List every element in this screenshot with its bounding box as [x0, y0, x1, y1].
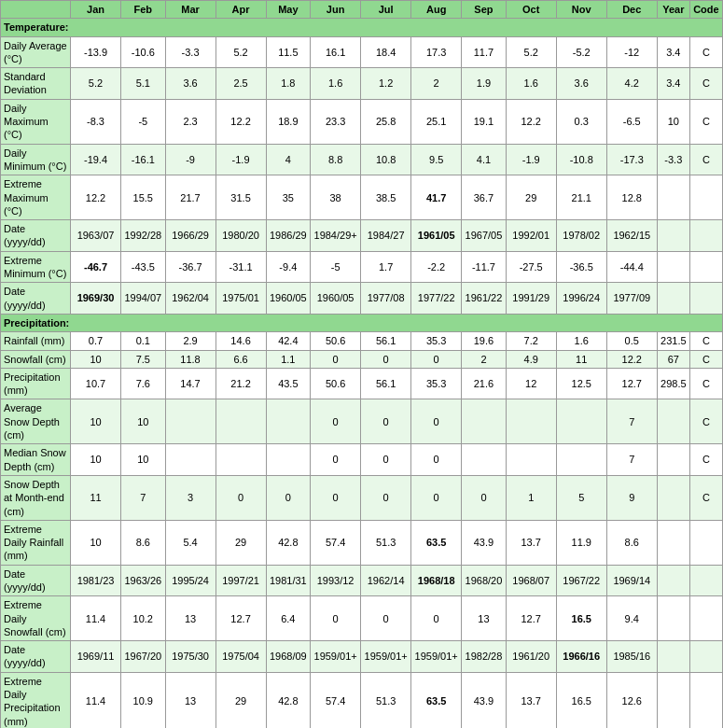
data-cell: 0 [411, 444, 462, 476]
data-cell [657, 641, 689, 673]
data-cell: -43.5 [121, 251, 166, 283]
column-month-header: Dec [606, 1, 657, 19]
data-cell: 43.5 [266, 368, 311, 399]
data-cell: 10 [121, 444, 166, 476]
data-cell: 1997/21 [216, 565, 266, 596]
data-cell: -3.3 [657, 144, 689, 175]
data-cell: 1977/08 [361, 283, 411, 315]
column-month-header: Feb [121, 1, 166, 19]
data-cell: -13.9 [71, 36, 121, 68]
data-cell: 42.8 [266, 672, 311, 728]
data-cell: -19.4 [71, 144, 121, 175]
data-cell: 25.1 [411, 99, 462, 144]
data-cell: 0 [411, 399, 462, 444]
data-cell: 12.2 [506, 99, 556, 144]
data-cell: 1975/01 [216, 283, 266, 315]
data-cell: 1962/15 [606, 220, 657, 252]
row-label: Average Snow Depth (cm) [1, 399, 71, 444]
data-cell: 9.4 [606, 596, 657, 641]
data-cell: 35 [266, 175, 311, 220]
data-cell [657, 596, 689, 641]
table-row: Daily Maximum (°C)-8.3-52.312.218.923.32… [1, 99, 723, 144]
data-cell: 4.2 [606, 68, 657, 100]
data-cell: 9 [606, 475, 657, 520]
data-cell [657, 220, 689, 252]
data-cell [689, 220, 722, 252]
data-cell [165, 444, 216, 476]
row-label: Precipitation (mm) [1, 368, 71, 399]
data-cell [556, 444, 606, 476]
data-cell: 51.3 [361, 520, 411, 565]
data-cell [165, 399, 216, 444]
data-cell: 1978/02 [556, 220, 606, 252]
data-cell: 1986/29 [266, 220, 311, 252]
data-cell: -5.2 [556, 36, 606, 68]
data-cell: 1977/22 [411, 283, 462, 315]
data-cell: -1.9 [506, 144, 556, 175]
data-cell: 10 [71, 444, 121, 476]
data-cell: 10.9 [121, 672, 166, 728]
data-cell: 0 [311, 475, 361, 520]
data-cell: 2.9 [165, 332, 216, 350]
data-cell [657, 175, 689, 220]
data-cell: 1.7 [361, 251, 411, 283]
data-cell: 1969/14 [606, 565, 657, 596]
data-cell: 5.2 [71, 68, 121, 100]
data-cell: 1967/22 [556, 565, 606, 596]
data-cell: 36.7 [462, 175, 507, 220]
data-cell: 0 [361, 444, 411, 476]
row-label: Extreme Minimum (°C) [1, 251, 71, 283]
data-cell: 38.5 [361, 175, 411, 220]
data-cell: 1984/29+ [311, 220, 361, 252]
data-cell: 0 [311, 399, 361, 444]
data-cell: 29 [506, 175, 556, 220]
data-cell: -11.7 [462, 251, 507, 283]
data-cell: 1.6 [556, 332, 606, 350]
row-label: Date (yyyy/dd) [1, 283, 71, 315]
data-cell: 0.7 [71, 332, 121, 350]
data-cell [462, 444, 507, 476]
data-cell: 11.4 [71, 672, 121, 728]
data-cell: 10 [121, 399, 166, 444]
data-cell: 21.6 [462, 368, 507, 399]
data-cell: 25.8 [361, 99, 411, 144]
data-cell: C [689, 144, 722, 175]
data-cell: 1968/18 [411, 565, 462, 596]
data-cell: 1 [506, 475, 556, 520]
data-cell: 7.2 [506, 332, 556, 350]
column-month-header: Jan [71, 1, 121, 19]
column-month-header: Nov [556, 1, 606, 19]
data-cell: -3.3 [165, 36, 216, 68]
data-cell: 1962/14 [361, 565, 411, 596]
row-label: Standard Deviation [1, 68, 71, 100]
data-cell: 10.8 [361, 144, 411, 175]
data-cell: 5.2 [216, 36, 266, 68]
data-cell: 1962/04 [165, 283, 216, 315]
data-cell: 5 [556, 475, 606, 520]
data-cell: 51.3 [361, 672, 411, 728]
data-cell: -17.3 [606, 144, 657, 175]
data-cell: 13 [462, 596, 507, 641]
data-cell: 31.5 [216, 175, 266, 220]
data-cell: 11.4 [71, 596, 121, 641]
data-cell: -31.1 [216, 251, 266, 283]
data-cell: 5.4 [165, 520, 216, 565]
data-cell: 13.7 [506, 520, 556, 565]
data-cell: 1966/16 [556, 641, 606, 673]
data-cell: C [689, 36, 722, 68]
data-cell: 3.4 [657, 36, 689, 68]
data-cell [657, 565, 689, 596]
data-cell: 12.2 [606, 350, 657, 368]
data-cell [556, 399, 606, 444]
data-cell: 29 [216, 672, 266, 728]
data-cell: 1968/07 [506, 565, 556, 596]
row-label: Daily Average (°C) [1, 36, 71, 68]
data-cell [689, 175, 722, 220]
data-cell: -10.6 [121, 36, 166, 68]
data-cell: 50.6 [311, 332, 361, 350]
data-cell: 1993/12 [311, 565, 361, 596]
data-cell [657, 251, 689, 283]
data-cell: 1981/31 [266, 565, 311, 596]
data-cell: 18.4 [361, 36, 411, 68]
table-row: Extreme Daily Rainfall (mm)108.65.42942.… [1, 520, 723, 565]
